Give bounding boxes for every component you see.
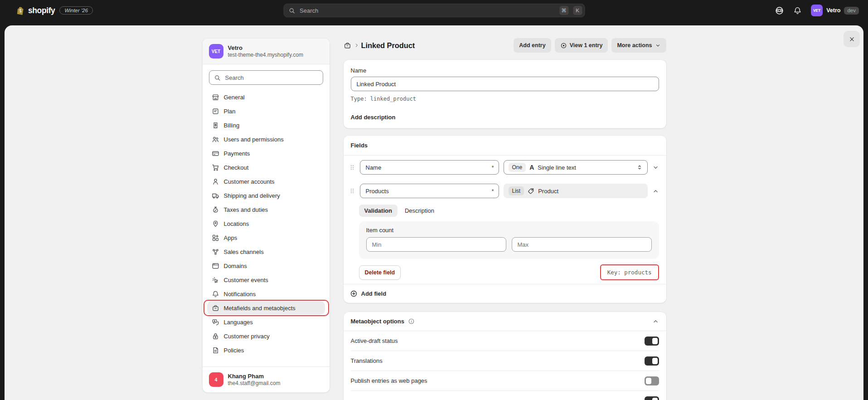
sidebar-item-users-and-permissions[interactable]: Users and permissions: [207, 132, 325, 146]
sidebar-item-general[interactable]: General: [207, 90, 325, 104]
option-label: Active-draft status: [351, 337, 398, 344]
sidebar-item-label: Taxes and duties: [224, 206, 268, 213]
plan-icon: [212, 107, 219, 115]
global-search[interactable]: ⌘ K: [283, 4, 585, 17]
field-name-input[interactable]: [360, 184, 499, 198]
user-avatar: 4: [209, 372, 223, 387]
chevron-down-icon[interactable]: [652, 164, 659, 171]
delete-field-button[interactable]: Delete field: [359, 265, 401, 280]
sidebar-item-apps[interactable]: Apps: [207, 231, 325, 244]
max-input[interactable]: [512, 237, 652, 252]
payments-icon: [212, 150, 219, 157]
sidebar-search[interactable]: [209, 70, 323, 85]
dev-badge: dev: [844, 7, 859, 15]
toggle-knob: [646, 378, 651, 384]
sidebar-item-customer-events[interactable]: Customer events: [207, 273, 325, 287]
sidebar-item-taxes-and-duties[interactable]: Taxes and duties: [207, 203, 325, 216]
plus-circle-icon: [350, 290, 358, 298]
add-entry-button[interactable]: Add entry: [514, 38, 551, 53]
field-name-input[interactable]: [360, 160, 499, 175]
tab-description[interactable]: Description: [399, 205, 440, 217]
info-icon[interactable]: [408, 318, 415, 325]
sidebar-item-customer-privacy[interactable]: Customer privacy: [207, 329, 325, 343]
option-toggle[interactable]: [645, 356, 659, 366]
sidebar-item-label: Shipping and delivery: [224, 192, 280, 199]
cardinality-badge: One: [509, 163, 526, 172]
min-input[interactable]: [366, 237, 506, 252]
billing-icon: [212, 122, 219, 129]
more-actions-button[interactable]: More actions: [611, 38, 666, 53]
global-search-input[interactable]: [299, 7, 555, 15]
sidebar-item-label: Customer events: [224, 277, 268, 283]
view-entries-button[interactable]: View 1 entry: [555, 38, 608, 53]
sidebar-item-shipping-and-delivery[interactable]: Shipping and delivery: [207, 189, 325, 202]
chevron-up-icon[interactable]: [652, 318, 659, 325]
required-asterisk: *: [491, 164, 494, 171]
sidebar-user[interactable]: 4 Khang Pham the4.staff@gmail.com: [203, 366, 330, 392]
sidebar-item-metafields-and-metaobjects[interactable]: Metafields and metaobjects: [207, 301, 325, 315]
definition-name-input[interactable]: [351, 77, 659, 91]
option-toggle[interactable]: [645, 337, 659, 346]
toggle-knob: [652, 338, 658, 344]
sidebar-item-policies[interactable]: Policies: [207, 343, 325, 357]
sidebar-item-plan[interactable]: Plan: [207, 104, 325, 118]
settings-nav: GeneralPlanBillingUsers and permissionsP…: [203, 87, 330, 366]
metaobjects-icon[interactable]: [344, 42, 351, 49]
version-badge: Winter ’26: [59, 6, 93, 15]
sidebar-item-label: Plan: [224, 108, 236, 115]
sidebar-item-label: Customer accounts: [224, 178, 275, 185]
truck-icon: [212, 192, 219, 200]
drag-handle-icon[interactable]: [349, 164, 355, 171]
sidebar-item-checkout[interactable]: Checkout: [207, 161, 325, 174]
apps-icon: [212, 234, 219, 242]
single-line-text-icon: A: [529, 164, 534, 171]
settings-sidebar: VET Vetro test-theme-the4.myshopify.com …: [202, 38, 330, 393]
sidebar-item-billing[interactable]: Billing: [207, 118, 325, 132]
drag-handle-icon[interactable]: [349, 188, 355, 194]
toggle-knob: [652, 398, 658, 400]
sidebar-store-header[interactable]: VET Vetro test-theme-the4.myshopify.com: [203, 39, 330, 64]
option-row: Publish entries as web pages: [344, 371, 666, 390]
required-asterisk: *: [491, 188, 494, 195]
view-entries-icon: [560, 42, 567, 49]
add-field-button[interactable]: Add field: [344, 284, 666, 303]
sidebar-item-label: General: [224, 94, 245, 101]
sidebar-item-locations[interactable]: Locations: [207, 217, 325, 230]
options-title: Metaobject options: [351, 318, 404, 325]
tab-validation[interactable]: Validation: [359, 205, 398, 217]
store-avatar: VET: [209, 44, 223, 59]
search-icon: [288, 7, 295, 14]
name-label: Name: [351, 67, 659, 74]
fields-card: Fields * One A Single line text: [344, 136, 666, 303]
policies-icon: [212, 346, 219, 354]
store-menu[interactable]: VET Vetro dev: [811, 5, 859, 16]
sidebar-item-customer-accounts[interactable]: Customer accounts: [207, 175, 325, 188]
store-name: Vetro: [826, 7, 840, 14]
chevron-right-icon: [354, 43, 359, 48]
field-type-select[interactable]: One A Single line text: [504, 160, 648, 175]
sidekick-icon[interactable]: [775, 6, 784, 15]
option-row: Translations: [344, 351, 666, 371]
sidebar-item-notifications[interactable]: Notifications: [207, 287, 325, 301]
settings-overlay: VET Vetro test-theme-the4.myshopify.com …: [0, 21, 868, 400]
option-row: [344, 391, 666, 400]
notifications-bell-icon[interactable]: [793, 6, 802, 15]
taxes-icon: [212, 206, 219, 214]
close-button[interactable]: [844, 31, 860, 47]
sidebar-item-languages[interactable]: Languages: [207, 315, 325, 329]
sidebar-item-domains[interactable]: Domains: [207, 259, 325, 273]
option-toggle[interactable]: [645, 396, 659, 400]
field-expanded-panel: Validation Description Item count Delete…: [344, 203, 666, 284]
sidebar-item-label: Customer privacy: [224, 333, 270, 340]
option-toggle[interactable]: [645, 376, 659, 385]
field-row-name: * One A Single line text: [344, 156, 666, 179]
sidebar-search-input[interactable]: [224, 74, 318, 82]
sidebar-item-sales-channels[interactable]: Sales channels: [207, 245, 325, 259]
add-description-button[interactable]: Add description: [351, 114, 396, 121]
product-tag-icon: [528, 188, 534, 195]
sidebar-item-label: Users and permissions: [224, 136, 284, 143]
chevron-up-icon[interactable]: [652, 188, 659, 195]
sidebar-item-payments[interactable]: Payments: [207, 146, 325, 160]
settings-modal: VET Vetro test-theme-the4.myshopify.com …: [5, 25, 863, 400]
store-icon: [212, 93, 219, 101]
